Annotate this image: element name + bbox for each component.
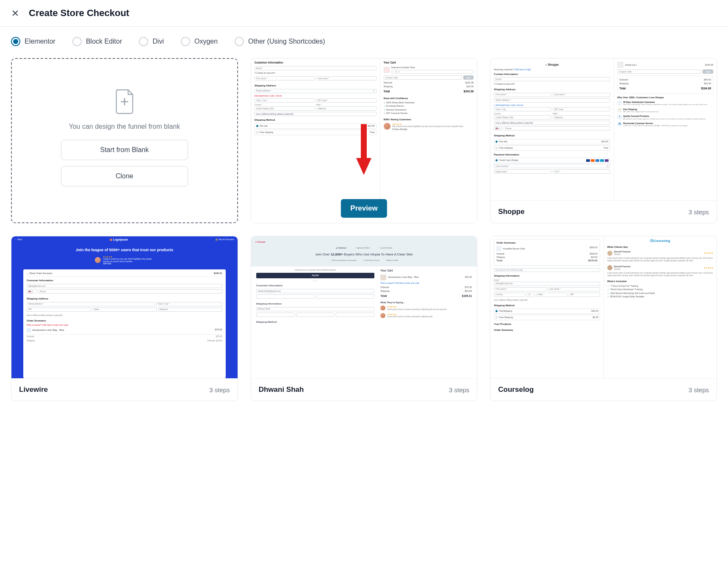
radio-label: Block Editor (86, 38, 122, 45)
start-from-blank-button[interactable]: Start from Blank (61, 140, 188, 160)
builder-option-block-editor[interactable]: Block Editor (72, 37, 122, 46)
template-thumbnail: Shoppe Returning customer? Click here to… (490, 58, 717, 200)
radio-icon (11, 37, 20, 46)
builder-option-divi[interactable]: Divi (139, 37, 164, 46)
template-steps: 3 steps (209, 386, 230, 394)
template-thumbnail: Order Summary Incredible Bronze Chair$56… (490, 236, 717, 378)
clone-button[interactable]: Clone (61, 166, 188, 186)
close-icon (11, 9, 19, 17)
blank-text: You can design the funnel from blank (69, 123, 180, 130)
template-name: Livewire (19, 385, 48, 394)
template-steps: 3 steps (449, 386, 469, 394)
template-thumbnail: ● Utopia ● Checkout○ Special Offers○ Con… (251, 236, 477, 378)
template-name: Courselog (498, 385, 534, 394)
blank-file-icon (113, 89, 136, 114)
radio-icon (235, 37, 244, 46)
builder-option-elementor[interactable]: Elementor (11, 37, 55, 46)
radio-label: Other (Using Shortcodes) (248, 38, 325, 45)
template-steps: 3 steps (689, 208, 709, 216)
radio-label: Elementor (25, 38, 55, 45)
annotation-arrow-icon (354, 122, 374, 179)
template-grid: You can design the funnel from blank Sta… (11, 58, 717, 401)
template-card-shoppe[interactable]: Shoppe Returning customer? Click here to… (490, 58, 717, 223)
content: Elementor Block Editor Divi Oxygen Other… (0, 27, 728, 418)
preview-button[interactable]: Preview (341, 199, 387, 218)
template-name: Shoppe (498, 208, 524, 216)
modal-header: Create Store Checkout (0, 0, 728, 27)
builder-option-other[interactable]: Other (Using Shortcodes) (235, 37, 325, 46)
template-card-livewire[interactable]: ← Back◉Logoipsum🔒 Secure Payment Join th… (11, 236, 238, 401)
radio-label: Divi (152, 38, 164, 45)
template-card-utopia[interactable]: ● Utopia ● Checkout○ Special Offers○ Con… (251, 236, 478, 401)
blank-card: You can design the funnel from blank Sta… (11, 58, 238, 223)
template-thumbnail: ← Back◉Logoipsum🔒 Secure Payment Join th… (11, 236, 238, 378)
page-title: Create Store Checkout (29, 8, 129, 19)
builder-radio-group: Elementor Block Editor Divi Oxygen Other… (11, 37, 717, 46)
radio-label: Oxygen (194, 38, 218, 45)
radio-icon (72, 37, 82, 46)
template-card-courselog[interactable]: Order Summary Incredible Bronze Chair$56… (490, 236, 717, 401)
template-thumbnail: Customer Information Email * ☐ Create an… (251, 58, 477, 223)
close-button[interactable] (10, 8, 20, 18)
radio-icon (139, 37, 148, 46)
radio-icon (181, 37, 190, 46)
template-name: Dhwani Shah (259, 385, 304, 394)
builder-option-oxygen[interactable]: Oxygen (181, 37, 218, 46)
template-card-default[interactable]: Customer Information Email * ☐ Create an… (251, 58, 478, 223)
template-steps: 3 steps (689, 386, 709, 394)
